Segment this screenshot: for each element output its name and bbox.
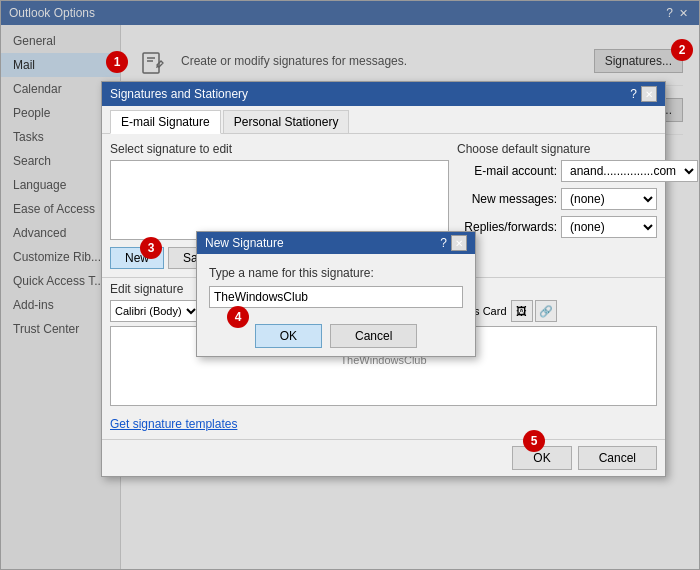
newsig-dialog: New Signature ? ✕ Type a name for this s… [196,231,476,357]
select-sig-label: Select signature to edit [110,142,449,156]
sig-modal-help-button[interactable]: ? [630,86,637,102]
default-sig-section: Choose default signature E-mail account:… [457,142,657,238]
newsig-cancel-button[interactable]: Cancel [330,324,417,348]
new-messages-label: New messages: [457,192,557,206]
sig-modal-close-button[interactable]: ✕ [641,86,657,102]
newsig-name-input[interactable] [209,286,463,308]
new-messages-select[interactable]: (none) [561,188,657,210]
badge-5: 5 [523,430,545,452]
sig-modal-titlebar: Signatures and Stationery ? ✕ [102,82,665,106]
new-messages-row: New messages: (none) [457,188,657,210]
sig-modal-title: Signatures and Stationery [110,87,248,101]
newsig-close-button[interactable]: ✕ [451,235,467,251]
newsig-help-button[interactable]: ? [440,236,447,250]
replies-row: Replies/forwards: (none) [457,216,657,238]
sig-modal-footer: 5 OK Cancel [102,439,665,476]
sig-list-box[interactable] [110,160,449,240]
insert-link-button[interactable]: 🔗 [535,300,557,322]
tab-email-signature[interactable]: E-mail Signature [110,110,221,134]
font-name-select[interactable]: Calibri (Body) [110,300,200,322]
email-account-label: E-mail account: [457,164,557,178]
newsig-title-bar: New Signature ? ✕ [197,232,475,254]
outlook-options-window: Outlook Options ? ✕ General Mail 1 Calen… [0,0,700,570]
insert-image-button[interactable]: 🖼 [511,300,533,322]
sig-modal-cancel-button[interactable]: Cancel [578,446,657,470]
sig-modal-tabs: E-mail Signature Personal Stationery [102,106,665,134]
newsig-title: New Signature [205,236,284,250]
newsig-prompt: Type a name for this signature: [209,266,463,280]
tab-personal-stationery[interactable]: Personal Stationery [223,110,350,133]
newsig-footer: 4 OK Cancel [197,316,475,356]
default-sig-label: Choose default signature [457,142,657,156]
email-account-select[interactable]: anand...............com [561,160,698,182]
email-account-row: E-mail account: anand...............com [457,160,657,182]
badge-1: 1 [106,51,128,73]
badge-2: 2 [671,39,693,61]
replies-select[interactable]: (none) [561,216,657,238]
badge-3: 3 [140,237,162,259]
newsig-ok-button[interactable]: OK [255,324,322,348]
badge-4: 4 [227,306,249,328]
sig-right-panel: Choose default signature E-mail account:… [457,142,657,269]
sig-modal-ok-button[interactable]: OK [512,446,571,470]
sig-templates-link[interactable]: Get signature templates [102,413,665,439]
